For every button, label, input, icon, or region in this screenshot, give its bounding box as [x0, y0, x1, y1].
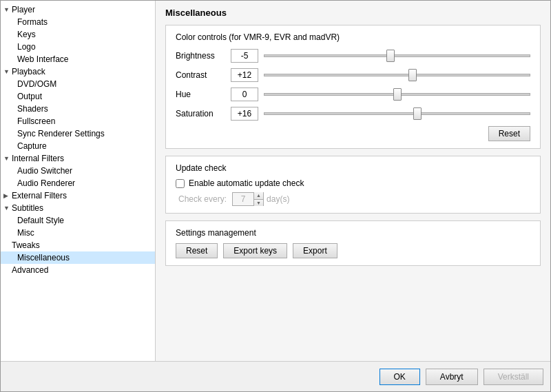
color-reset-row: Reset — [176, 126, 530, 141]
cancel-button[interactable]: Avbryt — [426, 369, 478, 385]
triangle-icon: ▼ — [3, 68, 10, 75]
sidebar-item-logo[interactable]: Logo — [1, 41, 155, 53]
day-label: day(s) — [267, 194, 289, 204]
check-every-label: Check every: — [178, 194, 227, 204]
export-button[interactable]: Export — [293, 243, 337, 258]
contrast-label: Contrast — [176, 70, 231, 80]
settings-management-label: Settings management — [176, 228, 530, 238]
sidebar-item-miscellaneous[interactable]: Miscellaneous — [1, 251, 155, 264]
sidebar-item-internal-filters[interactable]: ▼ Internal Filters — [1, 152, 155, 165]
triangle-icon: ▼ — [3, 205, 10, 212]
sidebar-item-output[interactable]: Output — [1, 90, 155, 103]
triangle-icon: ▼ — [3, 6, 10, 13]
page-title: Miscellaneous — [165, 8, 541, 18]
contrast-row: Contrast +12 — [176, 68, 530, 82]
days-spinbox[interactable]: ▲ ▼ — [232, 192, 264, 206]
saturation-slider[interactable] — [264, 112, 530, 115]
color-controls-section: Color controls (for VMR-9, EVR and madVR… — [165, 25, 541, 149]
sidebar-item-external-filters[interactable]: ▶ External Filters — [1, 189, 155, 202]
sidebar-item-audio-switcher[interactable]: Audio Switcher — [1, 165, 155, 177]
content-area: Miscellaneous Color controls (for VMR-9,… — [156, 1, 550, 361]
spinbox-arrows: ▲ ▼ — [253, 192, 263, 206]
update-checkbox[interactable] — [176, 179, 185, 188]
sidebar-item-shaders[interactable]: Shaders — [1, 103, 155, 115]
ok-button[interactable]: OK — [380, 369, 420, 385]
update-check-label: Update check — [176, 163, 530, 173]
saturation-label: Saturation — [176, 109, 231, 118]
apply-button[interactable]: Verkställ — [484, 369, 543, 385]
bottom-bar: OK Avbryt Verkställ — [1, 361, 550, 391]
sidebar-item-sync-renderer[interactable]: Sync Renderer Settings — [1, 127, 155, 140]
hue-row: Hue 0 — [176, 87, 530, 101]
update-check-section: Update check Enable automatic update che… — [165, 156, 541, 214]
triangle-icon: ▼ — [3, 155, 10, 162]
sidebar-item-misc[interactable]: Misc — [1, 227, 155, 239]
sidebar-item-capture[interactable]: Capture — [1, 140, 155, 152]
sidebar-item-default-style[interactable]: Default Style — [1, 214, 155, 227]
settings-reset-button[interactable]: Reset — [176, 243, 218, 258]
sidebar-item-formats[interactable]: Formats — [1, 16, 155, 28]
sidebar: ▼ Player Formats Keys Logo Web Interface… — [1, 1, 156, 361]
sidebar-item-player[interactable]: ▼ Player — [1, 3, 155, 16]
sidebar-item-tweaks[interactable]: ▶ Tweaks — [1, 239, 155, 251]
triangle-icon: ▶ — [3, 192, 10, 199]
update-checkbox-row: Enable automatic update check — [176, 178, 530, 188]
hue-slider[interactable] — [264, 93, 530, 96]
settings-management-section: Settings management Reset Export keys Ex… — [165, 220, 541, 266]
brightness-label: Brightness — [176, 51, 231, 61]
contrast-value: +12 — [231, 68, 258, 82]
sidebar-item-keys[interactable]: Keys — [1, 28, 155, 41]
days-input[interactable] — [233, 193, 253, 205]
brightness-value: -5 — [231, 49, 258, 63]
brightness-slider-container — [264, 49, 530, 63]
sidebar-item-playback[interactable]: ▼ Playback — [1, 65, 155, 78]
sidebar-item-advanced[interactable]: ▶ Advanced — [1, 264, 155, 276]
spin-down-button[interactable]: ▼ — [254, 200, 263, 207]
spin-up-button[interactable]: ▲ — [254, 192, 263, 200]
brightness-slider[interactable] — [264, 54, 530, 57]
contrast-slider[interactable] — [264, 74, 530, 76]
sidebar-item-subtitles[interactable]: ▼ Subtitles — [1, 202, 155, 214]
saturation-slider-container — [264, 107, 530, 121]
sidebar-item-audio-renderer[interactable]: Audio Renderer — [1, 177, 155, 189]
export-keys-button[interactable]: Export keys — [223, 243, 287, 258]
color-reset-button[interactable]: Reset — [488, 126, 530, 141]
hue-value: 0 — [231, 87, 258, 101]
check-every-row: Check every: ▲ ▼ day(s) — [176, 192, 530, 206]
sidebar-item-web-interface[interactable]: Web Interface — [1, 53, 155, 65]
color-controls-label: Color controls (for VMR-9, EVR and madVR… — [176, 32, 530, 42]
update-checkbox-label: Enable automatic update check — [189, 178, 304, 188]
sidebar-item-dvd-ogm[interactable]: DVD/OGM — [1, 78, 155, 90]
saturation-value: +16 — [231, 107, 258, 121]
hue-slider-container — [264, 87, 530, 101]
brightness-row: Brightness -5 — [176, 49, 530, 63]
contrast-slider-container — [264, 68, 530, 82]
settings-buttons: Reset Export keys Export — [176, 243, 530, 258]
hue-label: Hue — [176, 90, 231, 99]
saturation-row: Saturation +16 — [176, 107, 530, 121]
sidebar-item-fullscreen[interactable]: Fullscreen — [1, 115, 155, 127]
